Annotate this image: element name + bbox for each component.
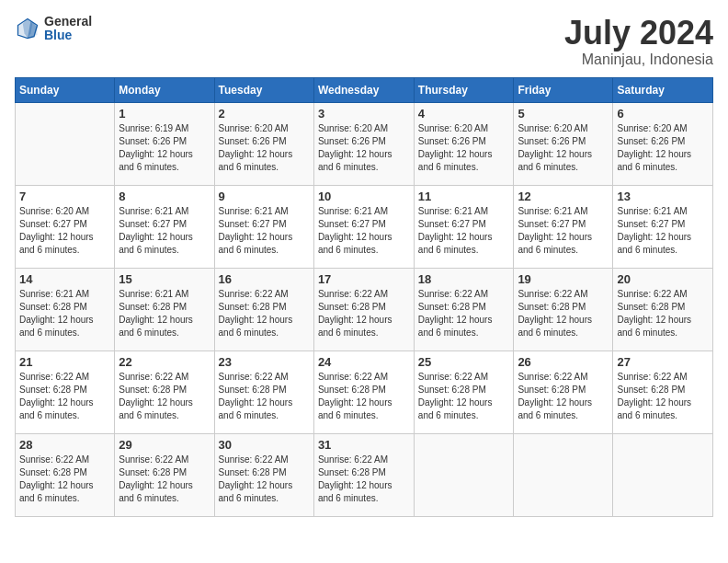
calendar-body: 1Sunrise: 6:19 AMSunset: 6:26 PMDaylight…	[16, 102, 713, 516]
day-number: 27	[617, 355, 709, 369]
day-number: 2	[219, 107, 310, 121]
calendar-cell: 21Sunrise: 6:22 AMSunset: 6:28 PMDayligh…	[16, 350, 115, 433]
day-info: Sunrise: 6:22 AMSunset: 6:28 PMDaylight:…	[19, 454, 110, 505]
day-number: 15	[119, 272, 210, 286]
day-of-week-header: Wednesday	[313, 77, 414, 102]
day-info: Sunrise: 6:20 AMSunset: 6:26 PMDaylight:…	[617, 122, 709, 174]
logo-blue-text: Blue	[44, 29, 92, 42]
day-number: 6	[617, 107, 709, 121]
day-number: 18	[418, 272, 510, 286]
day-info: Sunrise: 6:21 AMSunset: 6:27 PMDaylight:…	[318, 205, 410, 257]
calendar-cell: 12Sunrise: 6:21 AMSunset: 6:27 PMDayligh…	[514, 185, 613, 268]
day-info: Sunrise: 6:20 AMSunset: 6:26 PMDaylight:…	[219, 122, 310, 174]
day-number: 1	[119, 107, 210, 121]
calendar-cell: 19Sunrise: 6:22 AMSunset: 6:28 PMDayligh…	[514, 268, 613, 350]
calendar-week-row: 1Sunrise: 6:19 AMSunset: 6:26 PMDaylight…	[16, 102, 713, 185]
day-info: Sunrise: 6:22 AMSunset: 6:28 PMDaylight:…	[518, 288, 609, 339]
day-number: 9	[219, 190, 310, 203]
calendar-cell	[414, 433, 514, 516]
day-number: 3	[318, 107, 410, 121]
day-info: Sunrise: 6:21 AMSunset: 6:27 PMDaylight:…	[617, 205, 709, 257]
calendar-cell	[514, 433, 613, 516]
day-number: 22	[119, 355, 210, 369]
calendar-cell: 9Sunrise: 6:21 AMSunset: 6:27 PMDaylight…	[214, 185, 313, 268]
day-info: Sunrise: 6:22 AMSunset: 6:28 PMDaylight:…	[219, 454, 310, 505]
day-number: 11	[418, 190, 510, 203]
calendar-cell: 20Sunrise: 6:22 AMSunset: 6:28 PMDayligh…	[613, 268, 713, 350]
calendar-cell: 18Sunrise: 6:22 AMSunset: 6:28 PMDayligh…	[414, 268, 514, 350]
month-year-title: July 2024	[564, 15, 713, 52]
day-info: Sunrise: 6:22 AMSunset: 6:28 PMDaylight:…	[418, 288, 510, 339]
calendar-cell: 27Sunrise: 6:22 AMSunset: 6:28 PMDayligh…	[613, 350, 713, 433]
calendar-cell: 16Sunrise: 6:22 AMSunset: 6:28 PMDayligh…	[214, 268, 313, 350]
day-info: Sunrise: 6:20 AMSunset: 6:27 PMDaylight:…	[19, 205, 110, 257]
day-info: Sunrise: 6:21 AMSunset: 6:27 PMDaylight:…	[219, 205, 310, 257]
calendar-cell: 23Sunrise: 6:22 AMSunset: 6:28 PMDayligh…	[214, 350, 313, 433]
day-number: 23	[219, 355, 310, 369]
calendar-week-row: 14Sunrise: 6:21 AMSunset: 6:28 PMDayligh…	[16, 268, 713, 350]
day-info: Sunrise: 6:22 AMSunset: 6:28 PMDaylight:…	[119, 371, 210, 422]
day-number: 14	[19, 272, 110, 286]
calendar-week-row: 28Sunrise: 6:22 AMSunset: 6:28 PMDayligh…	[16, 433, 713, 516]
calendar-cell: 28Sunrise: 6:22 AMSunset: 6:28 PMDayligh…	[16, 433, 115, 516]
day-number: 24	[318, 355, 410, 369]
location-subtitle: Maninjau, Indonesia	[564, 52, 713, 68]
calendar-cell: 26Sunrise: 6:22 AMSunset: 6:28 PMDayligh…	[514, 350, 613, 433]
day-info: Sunrise: 6:22 AMSunset: 6:28 PMDaylight:…	[617, 288, 709, 339]
calendar-week-row: 21Sunrise: 6:22 AMSunset: 6:28 PMDayligh…	[16, 350, 713, 433]
logo-text: General Blue	[44, 15, 92, 43]
day-number: 29	[119, 438, 210, 452]
calendar-cell: 30Sunrise: 6:22 AMSunset: 6:28 PMDayligh…	[214, 433, 313, 516]
day-info: Sunrise: 6:20 AMSunset: 6:26 PMDaylight:…	[518, 122, 609, 174]
calendar-cell: 29Sunrise: 6:22 AMSunset: 6:28 PMDayligh…	[115, 433, 214, 516]
day-number: 28	[19, 438, 110, 452]
calendar-week-row: 7Sunrise: 6:20 AMSunset: 6:27 PMDaylight…	[16, 185, 713, 268]
day-number: 26	[518, 355, 609, 369]
day-info: Sunrise: 6:22 AMSunset: 6:28 PMDaylight:…	[318, 288, 410, 339]
calendar-cell: 6Sunrise: 6:20 AMSunset: 6:26 PMDaylight…	[613, 102, 713, 185]
day-number: 7	[19, 190, 110, 203]
day-number: 12	[518, 190, 609, 203]
day-info: Sunrise: 6:22 AMSunset: 6:28 PMDaylight:…	[617, 371, 709, 422]
calendar-cell: 31Sunrise: 6:22 AMSunset: 6:28 PMDayligh…	[313, 433, 414, 516]
calendar-cell: 7Sunrise: 6:20 AMSunset: 6:27 PMDaylight…	[16, 185, 115, 268]
calendar-cell: 25Sunrise: 6:22 AMSunset: 6:28 PMDayligh…	[414, 350, 514, 433]
calendar-cell: 3Sunrise: 6:20 AMSunset: 6:26 PMDaylight…	[313, 102, 414, 185]
calendar-cell: 10Sunrise: 6:21 AMSunset: 6:27 PMDayligh…	[313, 185, 414, 268]
day-info: Sunrise: 6:22 AMSunset: 6:28 PMDaylight:…	[19, 371, 110, 422]
day-number: 16	[219, 272, 310, 286]
day-info: Sunrise: 6:21 AMSunset: 6:28 PMDaylight:…	[19, 288, 110, 339]
day-info: Sunrise: 6:22 AMSunset: 6:28 PMDaylight:…	[219, 371, 310, 422]
calendar-table: SundayMondayTuesdayWednesdayThursdayFrid…	[15, 77, 713, 517]
day-info: Sunrise: 6:21 AMSunset: 6:27 PMDaylight:…	[119, 205, 210, 257]
day-of-week-header: Sunday	[16, 77, 115, 102]
calendar-cell: 24Sunrise: 6:22 AMSunset: 6:28 PMDayligh…	[313, 350, 414, 433]
day-info: Sunrise: 6:20 AMSunset: 6:26 PMDaylight:…	[318, 122, 410, 174]
day-info: Sunrise: 6:22 AMSunset: 6:28 PMDaylight:…	[119, 454, 210, 505]
day-number: 4	[418, 107, 510, 121]
calendar-header: SundayMondayTuesdayWednesdayThursdayFrid…	[16, 77, 713, 102]
title-block: July 2024 Maninjau, Indonesia	[564, 15, 713, 68]
calendar-cell: 1Sunrise: 6:19 AMSunset: 6:26 PMDaylight…	[115, 102, 214, 185]
calendar-cell: 15Sunrise: 6:21 AMSunset: 6:28 PMDayligh…	[115, 268, 214, 350]
calendar-cell: 14Sunrise: 6:21 AMSunset: 6:28 PMDayligh…	[16, 268, 115, 350]
calendar-cell: 2Sunrise: 6:20 AMSunset: 6:26 PMDaylight…	[214, 102, 313, 185]
day-info: Sunrise: 6:22 AMSunset: 6:28 PMDaylight:…	[318, 454, 410, 505]
calendar-cell: 5Sunrise: 6:20 AMSunset: 6:26 PMDaylight…	[514, 102, 613, 185]
day-info: Sunrise: 6:22 AMSunset: 6:28 PMDaylight:…	[219, 288, 310, 339]
calendar-cell: 13Sunrise: 6:21 AMSunset: 6:27 PMDayligh…	[613, 185, 713, 268]
day-info: Sunrise: 6:19 AMSunset: 6:26 PMDaylight:…	[119, 122, 210, 174]
day-info: Sunrise: 6:22 AMSunset: 6:28 PMDaylight:…	[418, 371, 510, 422]
calendar-cell: 4Sunrise: 6:20 AMSunset: 6:26 PMDaylight…	[414, 102, 514, 185]
day-number: 20	[617, 272, 709, 286]
day-number: 19	[518, 272, 609, 286]
day-number: 5	[518, 107, 609, 121]
logo-icon	[15, 16, 40, 41]
day-info: Sunrise: 6:21 AMSunset: 6:27 PMDaylight:…	[418, 205, 510, 257]
day-number: 25	[418, 355, 510, 369]
day-info: Sunrise: 6:22 AMSunset: 6:28 PMDaylight:…	[518, 371, 609, 422]
day-of-week-header: Friday	[514, 77, 613, 102]
day-number: 13	[617, 190, 709, 203]
calendar-cell: 11Sunrise: 6:21 AMSunset: 6:27 PMDayligh…	[414, 185, 514, 268]
calendar-cell: 22Sunrise: 6:22 AMSunset: 6:28 PMDayligh…	[115, 350, 214, 433]
